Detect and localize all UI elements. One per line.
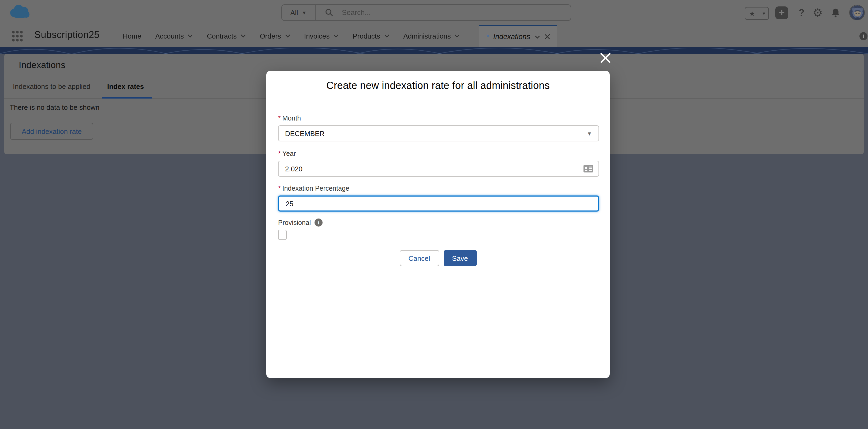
nav-item-contracts[interactable]: Contracts: [207, 32, 246, 40]
search-scope-button[interactable]: All ▼: [282, 5, 316, 20]
screen: All ▼ ★ ▼ + ? ⚙: [0, 0, 868, 429]
provisional-info-icon[interactable]: i: [314, 219, 322, 227]
global-add-icon[interactable]: +: [775, 6, 788, 19]
indexation-percentage-input[interactable]: [279, 199, 598, 207]
setup-gear-icon[interactable]: ⚙: [811, 6, 825, 20]
tab-indexations-to-be-applied[interactable]: Indexations to be applied: [13, 82, 90, 91]
user-avatar[interactable]: [849, 5, 865, 20]
save-button[interactable]: Save: [443, 250, 476, 266]
app-launcher-waffle-icon[interactable]: [12, 31, 23, 42]
nav-item-products[interactable]: Products: [353, 32, 390, 40]
search-icon: [325, 8, 333, 16]
chevron-down-icon: [384, 34, 389, 37]
notifications-bell-icon[interactable]: [829, 6, 842, 19]
modal-title: Create new indexation rate for all admin…: [326, 80, 550, 92]
nav-item-home[interactable]: Home: [123, 32, 141, 40]
empty-state-message: There is no data to be shown: [10, 103, 99, 111]
cancel-button[interactable]: Cancel: [399, 250, 439, 266]
global-search: All ▼: [281, 4, 571, 21]
nav-item-invoices[interactable]: Invoices: [304, 32, 339, 40]
chevron-down-icon: [241, 34, 246, 37]
year-input[interactable]: [279, 165, 584, 173]
chevron-down-icon: [188, 34, 193, 37]
app-name: Subscription25: [34, 29, 100, 41]
month-select-value: DECEMBER: [285, 129, 324, 137]
favorites-star-icon[interactable]: ★: [745, 7, 760, 19]
chevron-down-icon: [334, 34, 339, 37]
add-indexation-rate-button[interactable]: Add indexation rate: [10, 123, 93, 140]
required-asterisk: *: [278, 150, 281, 158]
required-asterisk: *: [278, 185, 281, 192]
indexation-percentage-field-box: [278, 196, 599, 211]
month-select[interactable]: DECEMBER ▼: [278, 125, 599, 141]
indexation-percentage-label: *Indexation Percentage: [278, 185, 349, 192]
nav-item-orders[interactable]: Orders: [260, 32, 290, 40]
search-input[interactable]: [341, 8, 547, 17]
provisional-checkbox[interactable]: [278, 230, 287, 240]
favorites-caret-icon[interactable]: ▼: [760, 7, 768, 19]
provisional-label: Provisional: [278, 219, 311, 226]
favorites-button-group: ★ ▼: [745, 7, 769, 20]
search-scope-caret-icon: ▼: [302, 10, 307, 15]
search-scope-label: All: [290, 8, 298, 16]
close-tab-icon[interactable]: [544, 34, 550, 40]
nav-items: Home Accounts Contracts Orders Invoices …: [123, 25, 557, 47]
select-caret-icon: ▼: [587, 130, 592, 136]
theme-banner: [0, 47, 868, 54]
unsaved-marker: *: [486, 33, 489, 41]
provisional-row: Provisional i: [278, 219, 322, 227]
active-tab-underline: [102, 97, 152, 99]
nav-item-administrations[interactable]: Administrations: [403, 32, 460, 40]
modal-buttons: Cancel Save: [266, 250, 610, 266]
required-asterisk: *: [278, 114, 281, 122]
tab-index-rates[interactable]: Index rates: [107, 82, 144, 91]
page-title: Indexations: [19, 60, 65, 71]
nav-item-accounts[interactable]: Accounts: [155, 32, 193, 40]
create-indexation-rate-modal: Create new indexation rate for all admin…: [266, 71, 610, 378]
close-modal-icon[interactable]: [599, 52, 612, 64]
year-label: *Year: [278, 150, 296, 158]
nav-tab-indexations-active[interactable]: * Indexations: [479, 25, 557, 47]
year-field-box: [278, 161, 599, 177]
salesforce-logo-icon: [8, 4, 30, 19]
chevron-down-icon: [285, 34, 290, 37]
autofill-contact-icon: [584, 165, 593, 172]
global-header: All ▼ ★ ▼ + ? ⚙: [0, 0, 868, 25]
modal-header: Create new indexation rate for all admin…: [266, 71, 610, 101]
month-label: *Month: [278, 114, 301, 122]
chevron-down-icon[interactable]: [534, 35, 540, 38]
help-icon[interactable]: ?: [795, 6, 808, 19]
info-icon[interactable]: i: [860, 32, 867, 40]
chevron-down-icon: [455, 34, 460, 37]
